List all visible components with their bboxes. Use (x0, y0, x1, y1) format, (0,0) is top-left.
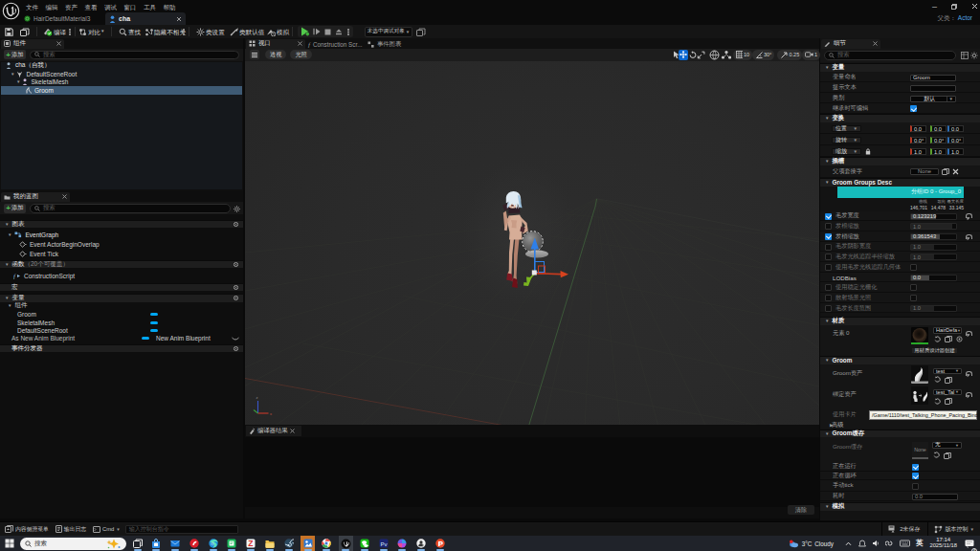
svg-text:x: x (270, 411, 272, 416)
svg-text:f: f (13, 273, 16, 279)
svg-text:Z: Z (248, 539, 253, 548)
svg-text:z: z (256, 395, 258, 400)
svg-text:Pv: Pv (380, 541, 387, 547)
